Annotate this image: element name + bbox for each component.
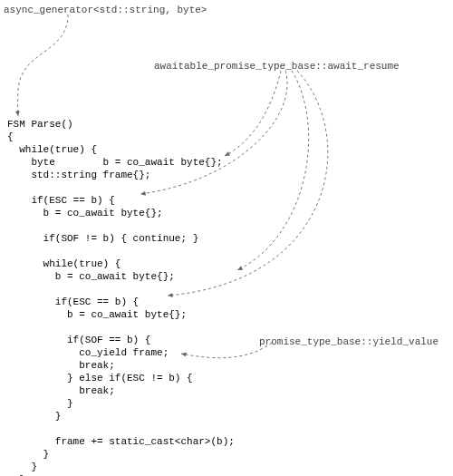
label-yield-value: promise_type_base::yield_value [259, 335, 439, 348]
arrow-await-to-inner-coawait [237, 71, 309, 270]
label-async-generator: async_generator<std::string, byte> [4, 4, 207, 16]
code-text: FSM Parse() { while(true) { byte b = co_… [7, 118, 235, 476]
code-block: FSM Parse() { while(true) { byte b = co_… [7, 118, 235, 476]
arrow-async-to-fsm [18, 15, 68, 116]
label-await-resume: awaitable_promise_type_base::await_resum… [154, 60, 400, 73]
